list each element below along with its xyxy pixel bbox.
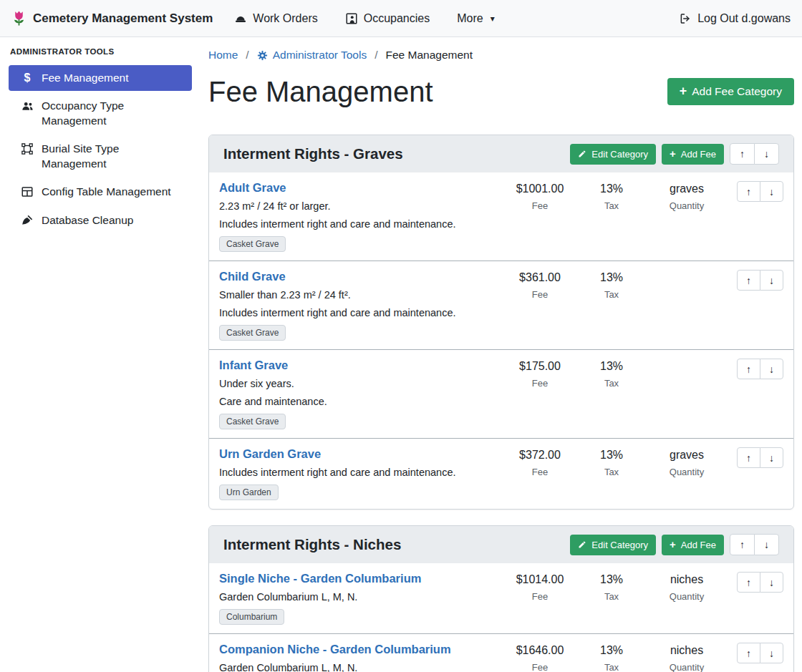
fee-reorder-buttons: ↑ ↓ bbox=[737, 572, 783, 593]
fee-name-link[interactable]: Adult Grave bbox=[219, 181, 286, 195]
fee-name-link[interactable]: Single Niche - Garden Columbarium bbox=[219, 572, 421, 585]
tax-col: 13% Tax bbox=[576, 572, 647, 602]
sidebar-item-fee-management[interactable]: $ Fee Management bbox=[9, 65, 192, 91]
breadcrumb-home-link[interactable]: Home bbox=[208, 47, 238, 63]
move-fee-down-button[interactable]: ↓ bbox=[760, 643, 783, 663]
move-fee-down-button[interactable]: ↓ bbox=[760, 359, 783, 379]
main-content: Home / Administrator Tool bbox=[200, 37, 802, 672]
sidebar-item-database-cleanup[interactable]: Database Cleanup bbox=[9, 208, 192, 233]
fee-description: Includes interment right and care and ma… bbox=[219, 218, 498, 230]
quantity-label: Quantity bbox=[647, 662, 726, 672]
fee-amount-label: Fee bbox=[504, 467, 576, 477]
breadcrumb-admin-tools-link[interactable]: Administrator Tools bbox=[257, 47, 367, 63]
fee-name-link[interactable]: Companion Niche - Garden Columbarium bbox=[219, 643, 451, 656]
move-category-down-button[interactable]: ↓ bbox=[754, 143, 779, 165]
tax-label: Tax bbox=[576, 467, 647, 477]
fee-reorder-buttons: ↑ ↓ bbox=[737, 643, 783, 663]
tax-label: Tax bbox=[576, 662, 647, 672]
tax-col: 13% Tax bbox=[576, 359, 647, 389]
fee-description: Garden Columbarium L, M, N. bbox=[219, 661, 498, 672]
move-fee-up-button[interactable]: ↑ bbox=[737, 270, 760, 291]
move-category-down-button[interactable]: ↓ bbox=[754, 534, 779, 555]
tax-value: 13% bbox=[576, 182, 647, 195]
page-title: Fee Management bbox=[208, 74, 433, 109]
app-title: Cemetery Management System bbox=[33, 11, 213, 26]
add-fee-category-button[interactable]: + Add Fee Category bbox=[667, 78, 794, 105]
move-fee-up-button[interactable]: ↑ bbox=[737, 643, 760, 663]
move-fee-up-button[interactable]: ↑ bbox=[737, 359, 760, 379]
fee-amount: $1014.00 bbox=[504, 573, 576, 586]
fee-amount-label: Fee bbox=[504, 289, 576, 300]
fee-reorder-buttons: ↑ ↓ bbox=[737, 181, 783, 202]
fee-row: Adult Grave 2.23 m² / 24 ft² or larger. … bbox=[209, 172, 793, 260]
down-arrow-icon: ↓ bbox=[769, 648, 774, 659]
tax-value: 13% bbox=[576, 271, 647, 284]
edit-category-button[interactable]: Edit Category bbox=[570, 144, 656, 165]
move-fee-down-button[interactable]: ↓ bbox=[760, 270, 783, 291]
plus-icon: + bbox=[670, 540, 676, 550]
move-fee-up-button[interactable]: ↑ bbox=[737, 447, 760, 468]
up-arrow-icon: ↑ bbox=[746, 452, 751, 464]
quantity-col: niches Quantity bbox=[647, 643, 726, 672]
move-fee-down-button[interactable]: ↓ bbox=[760, 181, 783, 202]
move-fee-down-button[interactable]: ↓ bbox=[760, 447, 783, 468]
down-arrow-icon: ↓ bbox=[769, 452, 774, 464]
tax-value: 13% bbox=[576, 643, 647, 657]
nav-item-work-orders[interactable]: Work Orders bbox=[234, 12, 317, 25]
fee-description: Care and maintenance. bbox=[219, 395, 498, 408]
fee-amount-col: $1646.00 Fee bbox=[504, 643, 576, 672]
app-navbar: Cemetery Management System Work Orders O… bbox=[0, 0, 802, 37]
tax-col: 13% Tax bbox=[576, 643, 647, 672]
fee-amount-col: $361.00 Fee bbox=[504, 270, 576, 300]
logout-link[interactable]: Log Out d.gowans bbox=[679, 12, 791, 25]
sidebar-item-burial-site-type-management[interactable]: Burial Site Type Management bbox=[9, 136, 192, 177]
quantity-col: graves Quantity bbox=[647, 181, 726, 211]
category-reorder-buttons: ↑ ↓ bbox=[730, 534, 779, 555]
app-brand: Cemetery Management System bbox=[11, 9, 213, 27]
move-category-up-button[interactable]: ↑ bbox=[730, 534, 755, 555]
fee-name-link[interactable]: Child Grave bbox=[219, 270, 286, 283]
fee-row: Companion Niche - Garden Columbarium Gar… bbox=[209, 633, 793, 672]
quantity-value: niches bbox=[647, 573, 726, 586]
tax-label: Tax bbox=[576, 200, 647, 211]
move-fee-down-button[interactable]: ↓ bbox=[760, 572, 783, 593]
tax-value: 13% bbox=[576, 359, 647, 373]
category-header: Interment Rights - Niches Edit Category … bbox=[209, 526, 793, 563]
fee-name-link[interactable]: Infant Grave bbox=[219, 359, 288, 372]
fee-description: 2.23 m² / 24 ft² or larger. bbox=[219, 200, 498, 213]
tax-value: 13% bbox=[576, 573, 647, 586]
fee-amount: $1001.00 bbox=[504, 182, 576, 195]
fee-row: Single Niche - Garden Columbarium Garden… bbox=[209, 563, 793, 633]
sidebar-item-occupancy-type-management[interactable]: Occupancy Type Management bbox=[9, 93, 192, 134]
move-category-up-button[interactable]: ↑ bbox=[730, 143, 755, 165]
nav-item-occupancies[interactable]: Occupancies bbox=[345, 12, 430, 25]
down-arrow-icon: ↓ bbox=[769, 186, 774, 198]
fee-amount: $372.00 bbox=[504, 448, 576, 462]
quantity-col: graves Quantity bbox=[647, 447, 726, 477]
fee-amount-label: Fee bbox=[504, 200, 576, 211]
breadcrumb: Home / Administrator Tool bbox=[208, 47, 794, 63]
fee-type-badge: Urn Garden bbox=[219, 484, 279, 500]
tax-label: Tax bbox=[576, 591, 647, 602]
fee-amount: $175.00 bbox=[504, 359, 576, 373]
sidebar-heading: ADMINISTRATOR TOOLS bbox=[0, 43, 200, 63]
quantity-label: Quantity bbox=[647, 591, 726, 602]
up-arrow-icon: ↑ bbox=[740, 148, 745, 160]
add-fee-button[interactable]: + Add Fee bbox=[662, 535, 724, 555]
move-fee-up-button[interactable]: ↑ bbox=[737, 181, 760, 202]
down-arrow-icon: ↓ bbox=[764, 539, 769, 550]
fee-type-badge: Casket Grave bbox=[219, 325, 286, 341]
fee-name-link[interactable]: Urn Garden Grave bbox=[219, 447, 321, 461]
fee-row: Child Grave Smaller than 2.23 m² / 24 ft… bbox=[209, 260, 793, 349]
fee-amount: $1646.00 bbox=[504, 643, 576, 657]
add-fee-button[interactable]: + Add Fee bbox=[662, 144, 724, 165]
breadcrumb-current: Fee Management bbox=[386, 47, 473, 63]
gear-icon bbox=[257, 50, 268, 61]
nav-item-more[interactable]: More ▾ bbox=[457, 12, 494, 25]
move-fee-up-button[interactable]: ↑ bbox=[737, 572, 760, 593]
plus-icon: + bbox=[670, 149, 676, 160]
fee-amount-col: $1001.00 Fee bbox=[504, 181, 576, 211]
edit-category-button[interactable]: Edit Category bbox=[570, 535, 656, 555]
sidebar-item-config-table-management[interactable]: Config Table Management bbox=[9, 179, 192, 205]
chevron-down-icon: ▾ bbox=[491, 14, 495, 24]
